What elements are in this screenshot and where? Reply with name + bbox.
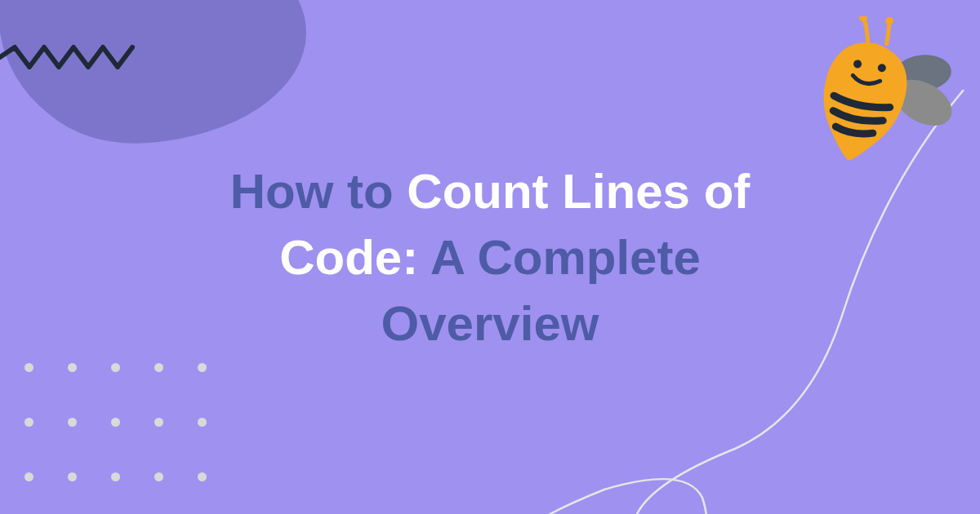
svg-point-3 bbox=[884, 16, 894, 26]
dot bbox=[24, 363, 33, 372]
dot bbox=[154, 418, 163, 427]
title-part-1: How to bbox=[230, 164, 408, 219]
decorative-dot-grid bbox=[24, 363, 207, 481]
page-title: How to Count Lines of Code: A Complete O… bbox=[180, 158, 800, 357]
dot bbox=[68, 363, 77, 372]
bee-mascot-icon bbox=[784, 16, 964, 179]
dot bbox=[198, 363, 207, 372]
decorative-blob bbox=[0, 0, 327, 163]
dot bbox=[198, 472, 207, 481]
dot bbox=[111, 418, 120, 427]
dot bbox=[24, 418, 33, 427]
dot bbox=[111, 472, 120, 481]
dot bbox=[68, 472, 77, 481]
dot bbox=[154, 363, 163, 372]
dot bbox=[111, 363, 120, 372]
dot bbox=[154, 472, 163, 481]
dot bbox=[68, 418, 77, 427]
dot bbox=[24, 472, 33, 481]
dot bbox=[198, 418, 207, 427]
page-title-container: How to Count Lines of Code: A Complete O… bbox=[180, 158, 800, 357]
decorative-zigzag bbox=[0, 41, 147, 73]
